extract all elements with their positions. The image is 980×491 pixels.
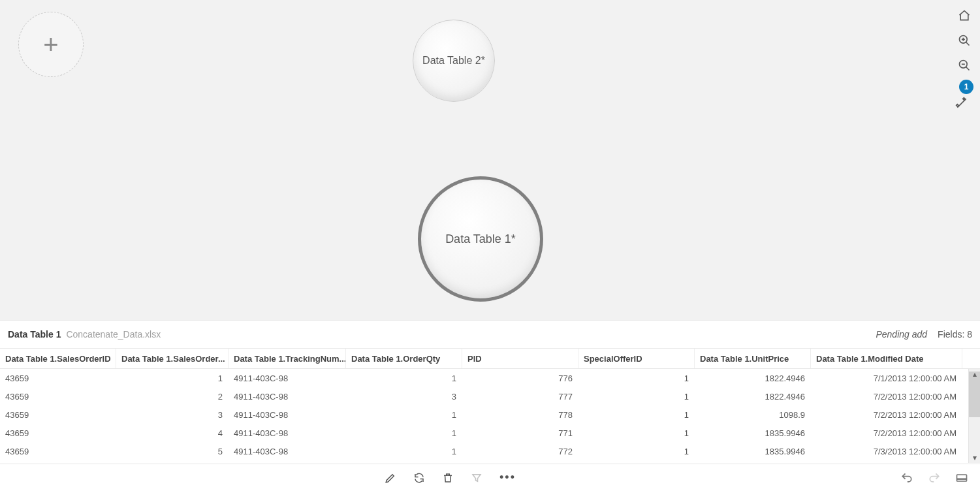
cell: 1 xyxy=(578,442,695,460)
cell: 4911-403C-98 xyxy=(229,387,346,405)
cell: 43659 xyxy=(0,369,116,387)
zoom-in-icon[interactable] xyxy=(956,33,972,48)
bubble-label: Data Table 1* xyxy=(445,232,516,246)
pending-status: Pending add xyxy=(876,329,927,340)
cell: 3 xyxy=(116,405,229,424)
column-header[interactable]: PID xyxy=(462,349,578,368)
table-row[interactable]: 43659 3 4911-403C-98 1 778 1 1098.9 7/2/… xyxy=(0,405,980,424)
cell: 4911-403C-98 xyxy=(229,405,346,424)
plus-icon: + xyxy=(43,31,58,57)
bubble-label: Data Table 2* xyxy=(422,55,485,67)
cell: 7/2/2013 12:00:00 AM xyxy=(811,424,962,442)
add-data-button[interactable]: + xyxy=(18,12,84,77)
cell: 4911-403C-98 xyxy=(229,424,346,442)
cell: 7/2/2013 12:00:00 AM xyxy=(811,387,962,405)
cell: 1835.9946 xyxy=(695,442,811,460)
cell: 1 xyxy=(346,442,462,460)
column-header[interactable]: Data Table 1.UnitPrice xyxy=(695,349,811,368)
redo-icon[interactable] xyxy=(928,471,941,484)
cell: 1822.4946 xyxy=(695,369,811,387)
table-header-row: Data Table 1.SalesOrderID Data Table 1.S… xyxy=(0,348,980,369)
cell: 1 xyxy=(578,387,695,405)
vertical-scrollbar[interactable]: ▴ ▾ xyxy=(968,369,980,463)
column-header[interactable]: Data Table 1.TrackingNum... xyxy=(229,349,346,368)
filter-icon[interactable] xyxy=(471,471,482,484)
column-header[interactable]: Data Table 1.SalesOrder... xyxy=(116,349,229,368)
data-canvas[interactable]: + Data Table 2* Data Table 1* 1 xyxy=(0,0,980,320)
home-icon[interactable] xyxy=(956,8,972,24)
table-body: 43659 1 4911-403C-98 1 776 1 1822.4946 7… xyxy=(0,369,980,460)
fields-count: Fields: 8 xyxy=(938,329,972,340)
cell: 1098.9 xyxy=(695,405,811,424)
column-header[interactable]: Data Table 1.OrderQty xyxy=(346,349,462,368)
cell: 1 xyxy=(578,369,695,387)
preview-panel: Data Table 1 Concatenate_Data.xlsx Pendi… xyxy=(0,320,980,491)
cell: 43659 xyxy=(0,387,116,405)
cell: 5 xyxy=(116,442,229,460)
cell: 1 xyxy=(346,369,462,387)
undo-icon[interactable] xyxy=(900,471,913,484)
cell: 4911-403C-98 xyxy=(229,369,346,387)
table-name: Data Table 1 xyxy=(8,329,61,340)
table-row[interactable]: 43659 4 4911-403C-98 1 771 1 1835.9946 7… xyxy=(0,424,980,442)
column-header[interactable]: SpecialOfferID xyxy=(578,349,695,368)
table-bubble-data-table-2[interactable]: Data Table 2* xyxy=(413,20,495,102)
cell: 777 xyxy=(462,387,578,405)
refresh-icon[interactable] xyxy=(413,471,425,484)
cell: 2 xyxy=(116,387,229,405)
panel-toggle-icon[interactable] xyxy=(955,471,968,484)
cell: 3 xyxy=(346,387,462,405)
zoom-out-icon[interactable] xyxy=(956,57,972,73)
notification-badge[interactable]: 1 xyxy=(959,80,973,94)
cell: 772 xyxy=(462,442,578,460)
cell: 4 xyxy=(116,424,229,442)
footer-toolbar: ••• xyxy=(0,464,980,491)
trash-icon[interactable] xyxy=(442,471,454,484)
source-file: Concatenate_Data.xlsx xyxy=(66,329,161,340)
cell: 1 xyxy=(116,369,229,387)
column-header[interactable]: Data Table 1.SalesOrderID xyxy=(0,349,116,368)
more-icon[interactable]: ••• xyxy=(499,471,516,484)
cell: 43659 xyxy=(0,405,116,424)
panel-header: Data Table 1 Concatenate_Data.xlsx Pendi… xyxy=(0,321,980,348)
cell: 43659 xyxy=(0,424,116,442)
cell: 1 xyxy=(346,424,462,442)
table-row[interactable]: 43659 2 4911-403C-98 3 777 1 1822.4946 7… xyxy=(0,387,980,405)
cell: 7/3/2013 12:00:00 AM xyxy=(811,442,962,460)
cell: 778 xyxy=(462,405,578,424)
data-table: Data Table 1.SalesOrderID Data Table 1.S… xyxy=(0,348,980,464)
cell: 1 xyxy=(346,405,462,424)
table-row[interactable]: 43659 1 4911-403C-98 1 776 1 1822.4946 7… xyxy=(0,369,980,387)
scroll-up-arrow[interactable]: ▴ xyxy=(969,369,980,379)
table-row[interactable]: 43659 5 4911-403C-98 1 772 1 1835.9946 7… xyxy=(0,442,980,460)
cell: 1 xyxy=(578,424,695,442)
scroll-down-arrow[interactable]: ▾ xyxy=(969,452,980,463)
cell: 7/2/2013 12:00:00 AM xyxy=(811,405,962,424)
cell: 1835.9946 xyxy=(695,424,811,442)
cell: 1 xyxy=(578,405,695,424)
wand-icon[interactable] xyxy=(955,97,968,110)
cell: 7/1/2013 12:00:00 AM xyxy=(811,369,962,387)
edit-icon[interactable] xyxy=(385,471,396,484)
cell: 4911-403C-98 xyxy=(229,442,346,460)
cell: 776 xyxy=(462,369,578,387)
cell: 1822.4946 xyxy=(695,387,811,405)
badge-count: 1 xyxy=(964,82,969,91)
cell: 771 xyxy=(462,424,578,442)
svg-rect-2 xyxy=(957,475,967,481)
table-bubble-data-table-1[interactable]: Data Table 1* xyxy=(418,176,543,302)
cell: 43659 xyxy=(0,442,116,460)
column-header[interactable]: Data Table 1.Modified Date xyxy=(811,349,962,368)
